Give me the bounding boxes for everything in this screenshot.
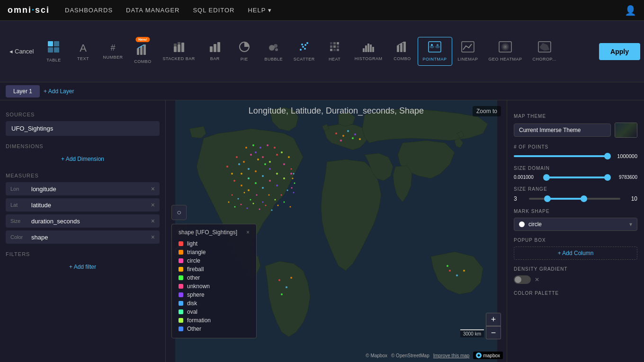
color-remove-icon[interactable]: ×: [151, 233, 155, 241]
tool-heat[interactable]: HEAT: [321, 37, 349, 65]
svg-point-24: [304, 48, 306, 50]
svg-point-128: [292, 178, 294, 179]
size-range-right-thumb[interactable]: [581, 195, 587, 202]
add-filter-button[interactable]: + Add filter: [6, 261, 160, 273]
points-section-label: # OF POINTS: [514, 144, 637, 150]
tool-combo-1[interactable]: New! COMBO: [128, 35, 157, 68]
tool-linemap[interactable]: LINEMAP: [453, 37, 483, 65]
svg-point-92: [347, 130, 349, 132]
theme-preview: [615, 123, 637, 138]
points-slider-thumb[interactable]: [604, 153, 611, 159]
svg-point-68: [269, 168, 271, 170]
filters-label: FILTERS: [6, 251, 160, 257]
svg-rect-10: [174, 44, 177, 46]
tool-text[interactable]: A TEXT: [69, 38, 97, 65]
add-dimension-button[interactable]: + Add Dimension: [6, 153, 160, 165]
svg-point-18: [275, 48, 278, 51]
layer-tab-1[interactable]: Layer 1: [6, 85, 40, 97]
nav-user-icon[interactable]: 👤: [625, 5, 636, 16]
svg-rect-1: [54, 41, 59, 46]
tool-scatter-label: SCATTER: [294, 57, 315, 62]
toolbar: ◂ Cancel TABLE A TEXT # NUMBER New! COMB…: [0, 21, 644, 82]
back-arrow-icon: ◂: [9, 48, 13, 55]
tool-geo-heatmap-label: GEO HEATMAP: [489, 57, 522, 62]
legend-dot-other: [179, 275, 183, 280]
svg-point-77: [276, 185, 278, 186]
svg-rect-35: [365, 45, 367, 52]
density-gradient-toggle[interactable]: [514, 275, 531, 284]
svg-point-122: [271, 210, 273, 211]
svg-point-88: [281, 151, 283, 153]
tool-bar[interactable]: BAR: [201, 38, 229, 65]
mark-shape-select[interactable]: circle ▾: [514, 218, 637, 231]
improve-map-link[interactable]: Improve this map: [433, 353, 470, 358]
map-theme-select[interactable]: Current Immerse Theme: [514, 124, 611, 137]
cancel-button[interactable]: ◂ Cancel: [4, 48, 39, 55]
tool-bubble[interactable]: BUBBLE: [259, 37, 288, 65]
circle-shape-icon: [519, 221, 525, 227]
size-domain-max: 9783600: [611, 175, 637, 180]
mapbox-logo: mapbox: [473, 352, 503, 359]
size-domain-left-thumb[interactable]: [543, 174, 550, 181]
lon-remove-icon[interactable]: ×: [151, 185, 155, 193]
measures-label: MEASURES: [6, 173, 160, 178]
legend-label-circle: circle: [187, 257, 200, 264]
tool-histogram[interactable]: HISTOGRAM: [350, 38, 387, 65]
density-gradient-section-label: DENSITY GRADIENT: [514, 266, 637, 272]
add-column-button[interactable]: + Add Column: [514, 247, 637, 260]
combo2-icon: [396, 42, 409, 54]
tool-combo-2[interactable]: COMBO: [388, 38, 417, 65]
linemap-icon: [461, 41, 474, 55]
svg-point-45: [431, 44, 433, 46]
add-layer-button[interactable]: + Add Layer: [44, 88, 74, 95]
legend-close-icon[interactable]: ×: [246, 229, 250, 236]
svg-point-87: [274, 147, 276, 149]
tool-choropleth[interactable]: CHOROP...: [528, 37, 561, 65]
tool-scatter[interactable]: SCATTER: [289, 37, 320, 65]
lat-value[interactable]: latitude: [31, 202, 147, 209]
legend-dot-formation: [179, 318, 183, 323]
nav-dashboards[interactable]: DASHBOARDS: [65, 7, 113, 14]
size-range-slider-fill: [547, 198, 584, 200]
legend-label-formation: formation: [187, 317, 211, 324]
nav-sql-editor[interactable]: SQL EDITOR: [193, 7, 234, 14]
zoom-in-button[interactable]: +: [486, 313, 501, 326]
size-range-left-thumb[interactable]: [544, 195, 551, 202]
tool-number[interactable]: # NUMBER: [98, 39, 127, 63]
svg-point-100: [447, 265, 448, 267]
tool-combo2-label: COMBO: [394, 56, 411, 61]
tool-geo-heatmap[interactable]: GEO HEATMAP: [484, 37, 527, 65]
svg-point-104: [281, 293, 283, 295]
svg-point-95: [354, 133, 356, 135]
source-value[interactable]: UFO_Sightings: [6, 121, 160, 136]
zoom-out-button[interactable]: −: [486, 326, 501, 339]
tool-table[interactable]: TABLE: [39, 36, 68, 66]
nav-data-manager[interactable]: DATA MANAGER: [126, 7, 179, 14]
map-draw-circle-button[interactable]: ○: [171, 205, 187, 220]
svg-point-131: [293, 192, 295, 194]
svg-point-74: [255, 182, 257, 184]
color-value[interactable]: shape: [31, 234, 147, 241]
svg-point-65: [248, 177, 250, 179]
mark-shape-section-label: MARK SHAPE: [514, 209, 637, 214]
tool-pie[interactable]: PIE: [230, 37, 259, 65]
nav-help[interactable]: HELP ▾: [248, 7, 271, 14]
density-x-icon[interactable]: ✕: [535, 276, 539, 283]
svg-rect-28: [330, 45, 332, 48]
svg-point-72: [241, 185, 242, 186]
size-value[interactable]: duration_seconds: [31, 218, 147, 225]
size-domain-right-thumb[interactable]: [604, 174, 611, 181]
map-footer: © Mapbox © OpenStreetMap Improve this ma…: [366, 352, 503, 359]
svg-point-90: [335, 132, 337, 134]
tool-pointmap[interactable]: POINTMAP: [418, 37, 452, 66]
zoom-to-button[interactable]: Zoom to: [473, 106, 501, 116]
legend-item-circle: circle: [179, 256, 250, 265]
top-nav: omni·sci DASHBOARDS DATA MANAGER SQL EDI…: [0, 0, 644, 21]
lat-remove-icon[interactable]: ×: [151, 201, 155, 209]
svg-rect-34: [363, 48, 365, 52]
size-remove-icon[interactable]: ×: [151, 217, 155, 225]
tool-stacked-bar[interactable]: STACKED BAR: [158, 38, 199, 65]
legend-item-oval: oval: [179, 308, 250, 316]
lon-value[interactable]: longitude: [31, 185, 147, 193]
apply-button[interactable]: Apply: [599, 43, 640, 60]
